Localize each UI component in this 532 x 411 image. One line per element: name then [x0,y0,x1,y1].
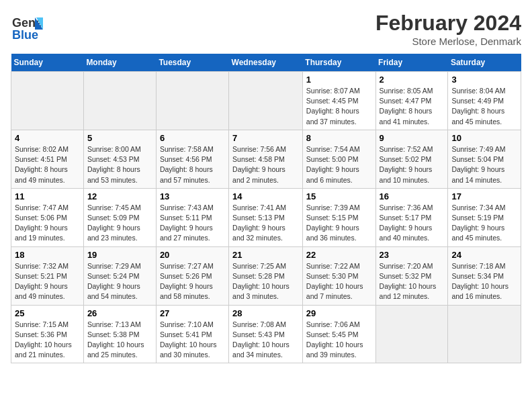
day-info: Sunrise: 8:07 AM Sunset: 4:45 PM Dayligh… [306,86,372,127]
month-year-title: February 2024 [375,11,521,36]
weekday-header-monday: Monday [83,54,156,72]
day-info: Sunrise: 7:36 AM Sunset: 5:17 PM Dayligh… [380,203,445,244]
day-number: 7 [232,133,299,143]
day-number: 9 [380,133,445,143]
day-info: Sunrise: 7:13 AM Sunset: 5:38 PM Dayligh… [87,320,152,361]
calendar-cell: 15Sunrise: 7:39 AM Sunset: 5:15 PM Dayli… [302,188,375,246]
day-number: 15 [306,191,372,201]
day-info: Sunrise: 7:29 AM Sunset: 5:24 PM Dayligh… [87,261,152,302]
weekday-header-sunday: Sunday [11,54,84,72]
day-info: Sunrise: 7:22 AM Sunset: 5:30 PM Dayligh… [306,261,372,302]
title-block: February 2024 Store Merlose, Denmark [375,11,521,47]
calendar-table: SundayMondayTuesdayWednesdayThursdayFrid… [11,54,521,363]
day-info: Sunrise: 7:20 AM Sunset: 5:32 PM Dayligh… [380,261,445,302]
day-info: Sunrise: 7:18 AM Sunset: 5:34 PM Dayligh… [451,261,517,302]
calendar-cell: 11Sunrise: 7:47 AM Sunset: 5:06 PM Dayli… [11,188,84,246]
day-number: 19 [87,250,152,260]
day-number: 23 [380,250,445,260]
weekday-header-friday: Friday [375,54,448,72]
page-header: General Blue February 2024 Store Merlose… [11,11,521,47]
day-number: 11 [15,191,80,201]
calendar-cell: 20Sunrise: 7:27 AM Sunset: 5:26 PM Dayli… [156,246,228,305]
day-number: 25 [15,308,80,318]
calendar-cell: 25Sunrise: 7:15 AM Sunset: 5:36 PM Dayli… [11,305,84,363]
svg-text:Blue: Blue [12,28,38,42]
day-info: Sunrise: 7:27 AM Sunset: 5:26 PM Dayligh… [160,261,225,302]
weekday-header-thursday: Thursday [302,54,375,72]
day-info: Sunrise: 7:06 AM Sunset: 5:45 PM Dayligh… [306,320,372,361]
day-info: Sunrise: 7:10 AM Sunset: 5:41 PM Dayligh… [160,320,225,361]
week-row-4: 18Sunrise: 7:32 AM Sunset: 5:21 PM Dayli… [11,246,521,305]
calendar-cell: 3Sunrise: 8:04 AM Sunset: 4:49 PM Daylig… [448,72,521,130]
calendar-cell: 22Sunrise: 7:22 AM Sunset: 5:30 PM Dayli… [302,246,375,305]
day-info: Sunrise: 7:43 AM Sunset: 5:11 PM Dayligh… [160,203,225,244]
calendar-cell: 23Sunrise: 7:20 AM Sunset: 5:32 PM Dayli… [375,246,448,305]
day-info: Sunrise: 8:02 AM Sunset: 4:51 PM Dayligh… [15,144,80,185]
calendar-cell [229,72,303,130]
day-number: 10 [451,133,517,143]
day-info: Sunrise: 7:08 AM Sunset: 5:43 PM Dayligh… [232,320,299,361]
day-number: 8 [306,133,372,143]
day-info: Sunrise: 7:49 AM Sunset: 5:04 PM Dayligh… [451,144,517,185]
calendar-cell [156,72,228,130]
day-number: 18 [15,250,80,260]
day-number: 26 [87,308,152,318]
calendar-cell: 24Sunrise: 7:18 AM Sunset: 5:34 PM Dayli… [448,246,521,305]
day-number: 1 [306,75,372,85]
day-number: 5 [87,133,152,143]
day-info: Sunrise: 7:39 AM Sunset: 5:15 PM Dayligh… [306,203,372,244]
day-number: 28 [232,308,299,318]
calendar-cell: 26Sunrise: 7:13 AM Sunset: 5:38 PM Dayli… [83,305,156,363]
day-info: Sunrise: 7:54 AM Sunset: 5:00 PM Dayligh… [306,144,372,185]
calendar-cell [448,305,521,363]
weekday-header-tuesday: Tuesday [156,54,228,72]
day-info: Sunrise: 8:05 AM Sunset: 4:47 PM Dayligh… [380,86,445,127]
day-number: 24 [451,250,517,260]
calendar-cell: 28Sunrise: 7:08 AM Sunset: 5:43 PM Dayli… [229,305,303,363]
day-number: 29 [306,308,372,318]
calendar-cell: 27Sunrise: 7:10 AM Sunset: 5:41 PM Dayli… [156,305,228,363]
day-info: Sunrise: 7:52 AM Sunset: 5:02 PM Dayligh… [380,144,445,185]
calendar-cell: 16Sunrise: 7:36 AM Sunset: 5:17 PM Dayli… [375,188,448,246]
week-row-3: 11Sunrise: 7:47 AM Sunset: 5:06 PM Dayli… [11,188,521,246]
calendar-cell: 13Sunrise: 7:43 AM Sunset: 5:11 PM Dayli… [156,188,228,246]
day-number: 16 [380,191,445,201]
day-number: 6 [160,133,225,143]
weekday-header-saturday: Saturday [448,54,521,72]
day-number: 17 [451,191,517,201]
weekday-header-row: SundayMondayTuesdayWednesdayThursdayFrid… [11,54,521,72]
calendar-cell: 10Sunrise: 7:49 AM Sunset: 5:04 PM Dayli… [448,130,521,188]
day-info: Sunrise: 8:04 AM Sunset: 4:49 PM Dayligh… [451,86,517,127]
week-row-2: 4Sunrise: 8:02 AM Sunset: 4:51 PM Daylig… [11,130,521,188]
day-number: 20 [160,250,225,260]
day-info: Sunrise: 7:25 AM Sunset: 5:28 PM Dayligh… [232,261,299,302]
calendar-cell [83,72,156,130]
calendar-cell: 4Sunrise: 8:02 AM Sunset: 4:51 PM Daylig… [11,130,84,188]
calendar-cell: 7Sunrise: 7:56 AM Sunset: 4:58 PM Daylig… [229,130,303,188]
day-number: 12 [87,191,152,201]
calendar-cell: 9Sunrise: 7:52 AM Sunset: 5:02 PM Daylig… [375,130,448,188]
calendar-cell: 18Sunrise: 7:32 AM Sunset: 5:21 PM Dayli… [11,246,84,305]
day-number: 14 [232,191,299,201]
day-number: 3 [451,75,517,85]
day-info: Sunrise: 7:47 AM Sunset: 5:06 PM Dayligh… [15,203,80,244]
calendar-cell: 5Sunrise: 8:00 AM Sunset: 4:53 PM Daylig… [83,130,156,188]
calendar-cell: 2Sunrise: 8:05 AM Sunset: 4:47 PM Daylig… [375,72,448,130]
calendar-cell: 17Sunrise: 7:34 AM Sunset: 5:19 PM Dayli… [448,188,521,246]
calendar-cell: 21Sunrise: 7:25 AM Sunset: 5:28 PM Dayli… [229,246,303,305]
weekday-header-wednesday: Wednesday [229,54,303,72]
logo: General Blue [11,11,43,43]
calendar-cell: 14Sunrise: 7:41 AM Sunset: 5:13 PM Dayli… [229,188,303,246]
calendar-cell: 6Sunrise: 7:58 AM Sunset: 4:56 PM Daylig… [156,130,228,188]
calendar-cell: 19Sunrise: 7:29 AM Sunset: 5:24 PM Dayli… [83,246,156,305]
week-row-5: 25Sunrise: 7:15 AM Sunset: 5:36 PM Dayli… [11,305,521,363]
calendar-cell [11,72,84,130]
calendar-cell [375,305,448,363]
calendar-cell: 12Sunrise: 7:45 AM Sunset: 5:09 PM Dayli… [83,188,156,246]
day-number: 4 [15,133,80,143]
day-info: Sunrise: 7:41 AM Sunset: 5:13 PM Dayligh… [232,203,299,244]
day-info: Sunrise: 7:15 AM Sunset: 5:36 PM Dayligh… [15,320,80,361]
calendar-cell: 8Sunrise: 7:54 AM Sunset: 5:00 PM Daylig… [302,130,375,188]
calendar-cell: 29Sunrise: 7:06 AM Sunset: 5:45 PM Dayli… [302,305,375,363]
day-info: Sunrise: 8:00 AM Sunset: 4:53 PM Dayligh… [87,144,152,185]
